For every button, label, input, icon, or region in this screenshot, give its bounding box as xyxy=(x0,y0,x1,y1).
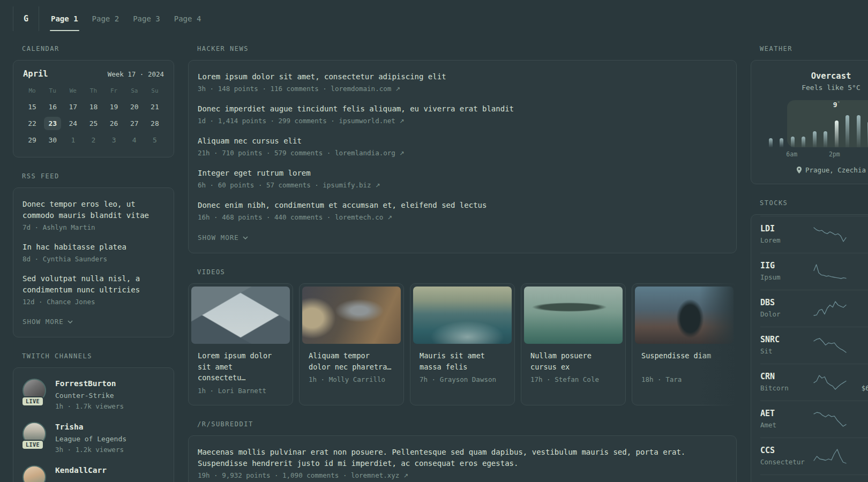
rss-list: Donec tempor eros leo, ut commodo mauris… xyxy=(23,199,164,307)
hackernews-item-stats: 21h · 710 points · 579 comments · xyxy=(198,149,331,157)
stock-row[interactable]: AHS +0.46% xyxy=(760,475,868,482)
weather-time-label xyxy=(861,150,868,158)
video-meta: 1h · Lori Barnett xyxy=(198,387,283,395)
degree-symbol: ° xyxy=(837,101,840,106)
page-tab[interactable]: Page 2 xyxy=(91,6,121,31)
twitch-channel-row[interactable]: LIVE ForrestBurton Counter-Strike 1h · 1… xyxy=(23,379,164,411)
rss-item-meta: 8d · Cynthia Saunders xyxy=(23,254,164,264)
reddit-post-title[interactable]: Maecenas mollis pulvinar erat non posuer… xyxy=(198,447,727,469)
weather-condition: Overcast xyxy=(763,71,868,81)
weather-section-title: WEATHER xyxy=(760,45,868,52)
calendar-day: 27 xyxy=(126,117,143,130)
stocks-section-title: STOCKS xyxy=(760,199,868,207)
rss-item-title[interactable]: Sed volutpat nulla nisl, a condimentum n… xyxy=(23,273,164,296)
hackernews-item-stats: 3h · 148 points · 116 comments · xyxy=(198,85,327,93)
weekday-label: We xyxy=(63,87,83,94)
video-info: Mauris sit amet massa felis 7h · Grayson… xyxy=(413,344,512,391)
reddit-post-domain[interactable]: loremnet.xyz xyxy=(351,471,399,479)
stock-values: +1.42% $156.28 xyxy=(848,298,868,319)
page-tab-label: Page 2 xyxy=(92,14,119,23)
calendar-day: 26 xyxy=(106,117,123,130)
video-card[interactable]: Aliquam tempor dolor nec pharetra… 1h · … xyxy=(299,283,404,405)
rss-show-more-button[interactable]: SHOW MORE xyxy=(23,318,73,326)
stock-row[interactable]: IIG Ipsum +2.84% $42.04 xyxy=(760,253,868,290)
stock-company: Lorem xyxy=(760,236,812,245)
stocks-card: LDI Lorem +4.35% $795.18 IIG Ipsum xyxy=(751,214,868,482)
hackernews-show-more-button[interactable]: SHOW MORE xyxy=(198,234,248,242)
hackernews-item-domain[interactable]: loremtech.co xyxy=(335,213,383,221)
stock-sparkline xyxy=(812,411,848,427)
twitch-channel-row[interactable]: LIVE Trisha League of Legends 3h · 1.2k … xyxy=(23,422,164,455)
stock-ticker: IIG xyxy=(760,261,812,271)
page-tab[interactable]: Page 1 xyxy=(50,6,79,31)
calendar-day-cell: 28 xyxy=(145,115,165,132)
hackernews-item-title[interactable]: Donec imperdiet augue tincidunt felis al… xyxy=(198,103,727,115)
calendar-day-cell: 24 xyxy=(63,115,83,132)
hackernews-item-title[interactable]: Integer eget rutrum lorem xyxy=(198,168,727,179)
channel-info: Trisha League of Legends 3h · 1.2k viewe… xyxy=(55,422,126,455)
hackernews-item-meta: 21h · 710 points · 579 comments · loreml… xyxy=(198,148,727,159)
weather-bar xyxy=(791,137,795,147)
calendar-day: 19 xyxy=(106,100,123,114)
page-tab[interactable]: Page 4 xyxy=(173,6,203,31)
calendar-day: 3 xyxy=(106,133,123,147)
weekday-label: Th xyxy=(83,87,103,94)
stock-row[interactable]: LDI Lorem +4.35% $795.18 xyxy=(760,216,868,253)
page-tab[interactable]: Page 3 xyxy=(132,6,161,31)
stock-sparkline xyxy=(812,448,848,464)
avatar-wrap xyxy=(23,465,47,482)
calendar-day-cell: 26 xyxy=(104,115,124,132)
calendar-day: 21 xyxy=(146,100,163,114)
stock-row[interactable]: CRN Bitcorn -1.00% $66,171.48 xyxy=(760,364,868,401)
calendar-day-cell: 20 xyxy=(124,99,145,115)
hackernews-item-title[interactable]: Lorem ipsum dolor sit amet, consectetur … xyxy=(198,71,727,82)
hackernews-item: Integer eget rutrum lorem 6h · 60 points… xyxy=(198,168,727,191)
external-link-icon: ↗ xyxy=(375,182,380,189)
stock-row[interactable]: DBS Dolor +1.42% $156.28 xyxy=(760,290,868,327)
hackernews-item: Donec enim nibh, condimentum et accumsan… xyxy=(198,200,727,223)
video-meta: 1h · Molly Carrillo xyxy=(309,375,394,383)
hackernews-item-title[interactable]: Donec enim nibh, condimentum et accumsan… xyxy=(198,200,727,211)
weather-bar-column xyxy=(765,100,776,147)
stock-values: +1.36% $148.64 xyxy=(848,335,868,356)
stock-change: +4.35% xyxy=(848,224,868,234)
video-card[interactable]: Lorem ipsum dolor sit amet consectetu… 1… xyxy=(188,283,293,405)
subreddit-section-title: /R/SUBREDDIT xyxy=(197,420,737,428)
rss-item-title[interactable]: Donec tempor eros leo, ut commodo mauris… xyxy=(23,199,164,221)
weather-bar-column xyxy=(864,100,868,147)
video-title: Aliquam tempor dolor nec pharetra… xyxy=(309,350,394,372)
channel-name: ForrestBurton xyxy=(55,379,124,389)
calendar-section-title: CALENDAR xyxy=(22,45,174,52)
hackernews-item-title[interactable]: Aliquam nec cursus elit xyxy=(198,135,727,147)
calendar-month: April xyxy=(23,69,48,79)
calendar-day: 5 xyxy=(146,133,163,147)
twitch-channel-row[interactable]: KendallCarr xyxy=(23,465,164,482)
stock-row[interactable]: SNRC Sit +1.36% $148.64 xyxy=(760,327,868,364)
calendar-day-cell: 23 xyxy=(42,115,63,132)
video-card[interactable]: Nullam posuere cursus ex 17h · Stefan Co… xyxy=(521,283,626,405)
hackernews-show-more-label: SHOW MORE xyxy=(198,234,239,242)
weather-widget: WEATHER Overcast Feels like 5°C 9° 6am2p… xyxy=(751,45,868,184)
channel-info: ForrestBurton Counter-Strike 1h · 1.7k v… xyxy=(55,379,124,411)
app-logo[interactable]: G xyxy=(13,6,39,31)
hackernews-item-domain[interactable]: loremlandia.org xyxy=(335,149,395,157)
calendar-header: April Week 17 · 2024 xyxy=(22,69,165,79)
stock-sparkline xyxy=(812,300,848,317)
video-thumbnail xyxy=(413,287,512,344)
weather-bar-column xyxy=(798,100,810,147)
hackernews-item-domain[interactable]: ipsumworld.net xyxy=(339,117,395,125)
video-info: Aliquam tempor dolor nec pharetra… 1h · … xyxy=(302,344,401,391)
stock-price: $66,171.48 xyxy=(848,383,868,393)
calendar-day-cell: 15 xyxy=(22,99,42,115)
rss-item-title[interactable]: In hac habitasse platea xyxy=(23,242,164,253)
hackernews-item-domain[interactable]: ipsumify.biz xyxy=(323,181,371,189)
stock-row[interactable]: CCS Consectetur +0.51% $165.84 xyxy=(760,438,868,475)
weather-bar xyxy=(780,138,783,147)
stock-company: Sit xyxy=(760,347,812,356)
stock-sparkline xyxy=(812,227,848,243)
stock-row[interactable]: AET Amet +0.92% $499.72 xyxy=(760,401,868,438)
video-card[interactable]: Mauris sit amet massa felis 7h · Grayson… xyxy=(410,283,515,405)
hackernews-item-domain[interactable]: loremdomain.com xyxy=(331,85,391,93)
video-card[interactable]: Suspendisse diam 18h · Tara xyxy=(632,283,737,405)
calendar-day-cell: 25 xyxy=(83,115,103,132)
